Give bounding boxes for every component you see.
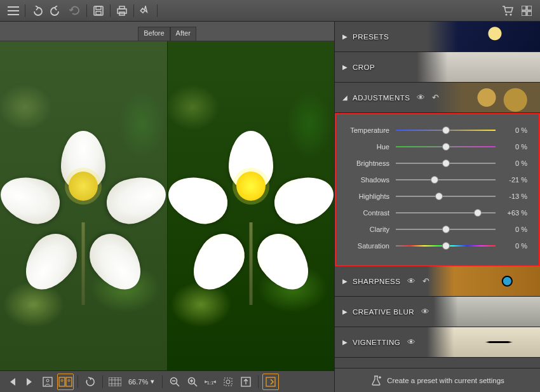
print-button[interactable] [112,1,132,20]
adjustment-row-clarity: Clarity0 % [335,221,540,238]
zoom-region-button[interactable] [220,374,236,390]
zoom-out-button[interactable] [166,374,183,390]
adjustment-slider-hue[interactable] [396,142,496,152]
zoom-in-button[interactable] [184,374,201,390]
flask-plus-icon [370,375,382,386]
zoom-dropdown[interactable]: ▾ [151,377,154,386]
panel-presets-title: PRESETS [353,33,389,41]
after-label: After [170,27,196,41]
reset-icon[interactable]: ↶ [422,276,429,286]
status-bar: 66.7% ▾ 1:1 [0,370,334,392]
adjustment-value: -13 % [496,193,527,200]
after-image[interactable] [168,41,335,370]
adjustments-panel: Temperature0 %Hue0 %Brightness0 %Shadows… [335,113,540,266]
eye-icon[interactable]: 👁 [407,276,415,286]
adjustment-slider-highlights[interactable] [396,191,496,201]
adjustment-slider-shadows[interactable] [396,175,496,185]
adjustment-slider-clarity[interactable] [396,224,496,234]
undo-button[interactable] [27,1,46,20]
grid-view-button[interactable] [517,1,536,20]
adjustment-value: +63 % [496,209,527,217]
adjustment-slider-contrast[interactable] [396,208,496,218]
panel-adjustments-header[interactable]: ◢ ADJUSTMENTS 👁 ↶ [335,83,540,113]
filmstrip-button[interactable] [107,374,123,390]
svg-rect-10 [522,11,526,16]
slider-thumb[interactable] [442,159,450,167]
fit-screen-button[interactable] [238,374,254,390]
panel-creative-blur[interactable]: ▶ CREATIVE BLUR 👁 [335,297,540,327]
svg-point-23 [226,380,230,384]
panel-vignetting-title: VIGNETTING [353,339,400,346]
adjustment-row-hue: Hue0 % [335,139,540,155]
menu-icon [8,6,19,15]
svg-point-13 [46,379,49,382]
panel-crop[interactable]: ▶ CROP [335,52,540,83]
adjustment-value: 0 % [496,159,527,167]
zoom-100-button[interactable]: 1:1 [202,374,219,390]
slider-thumb[interactable] [442,126,450,134]
single-view-button[interactable] [39,374,56,390]
grid-icon [522,6,532,16]
toggle-panel-button[interactable] [262,374,279,390]
history-button[interactable] [65,1,84,20]
adjustment-slider-brightness[interactable] [396,158,496,168]
share-button[interactable] [136,1,155,20]
adjustment-label: Brightness [335,159,396,167]
chevron-right-icon: ▶ [342,278,348,285]
compare-view-button[interactable] [57,374,74,390]
svg-rect-4 [119,6,125,9]
svg-text:1:1: 1:1 [207,380,215,386]
slider-thumb[interactable] [442,242,450,250]
top-toolbar [0,0,540,22]
before-image[interactable] [0,41,168,370]
zoom-value: 66.7% [128,378,148,386]
adjustment-value: 0 % [496,242,527,250]
adjustment-slider-saturation[interactable] [396,241,496,251]
adjustment-row-temperature: Temperature0 % [335,122,540,139]
svg-rect-22 [224,378,232,386]
slider-thumb[interactable] [442,143,450,151]
menu-button[interactable] [4,1,23,20]
create-preset-button[interactable]: Create a preset with current settings [335,368,540,392]
save-button[interactable] [89,1,108,20]
svg-point-17 [68,379,70,381]
redo-icon [50,6,62,16]
adjustment-row-shadows: Shadows-21 % [335,172,540,188]
adjustment-slider-temperature[interactable] [396,125,496,135]
cart-button[interactable] [498,1,517,20]
adjustment-label: Temperature [335,126,396,134]
panel-adjustments-title: ADJUSTMENTS [353,94,410,102]
adjustment-label: Hue [335,143,396,151]
chevron-right-icon: ▶ [342,308,348,315]
panel-sharpness-title: SHARPNESS [353,278,400,285]
slider-thumb[interactable] [435,193,443,200]
last-image-button[interactable] [22,374,38,390]
cart-icon [501,5,514,17]
panel-vignetting[interactable]: ▶ VIGNETTING 👁 [335,327,540,358]
save-icon [93,6,104,16]
slider-thumb[interactable] [442,226,450,233]
print-icon [116,6,128,16]
slider-thumb[interactable] [474,209,482,217]
panel-presets[interactable]: ▶ PRESETS [335,22,540,52]
slider-thumb[interactable] [431,176,438,184]
create-preset-label: Create a preset with current settings [387,377,504,384]
share-icon [140,6,151,16]
svg-rect-2 [96,11,101,15]
eye-icon[interactable]: 👁 [417,93,425,102]
rotate-button[interactable] [82,374,98,390]
before-label: Before [138,27,170,41]
canvas-area: Before After [0,22,334,392]
redo-button[interactable] [46,1,65,20]
first-image-button[interactable] [4,374,20,390]
eye-icon[interactable]: 👁 [421,307,429,316]
panel-sharpness[interactable]: ▶ SHARPNESS 👁 ↶ [335,266,540,297]
adjustment-label: Highlights [335,193,396,200]
panel-creative-blur-title: CREATIVE BLUR [353,308,414,316]
chevron-right-icon: ▶ [342,33,348,40]
reset-icon[interactable]: ↶ [432,93,439,102]
panel-crop-title: CROP [353,64,375,71]
adjustment-value: -21 % [496,176,527,184]
svg-point-16 [61,379,63,381]
eye-icon[interactable]: 👁 [407,337,415,347]
